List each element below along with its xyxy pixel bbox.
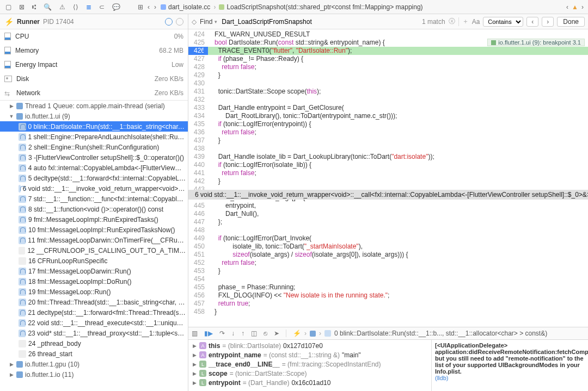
step-over-button[interactable]: ↷ xyxy=(219,330,225,337)
stack-frame[interactable]: 6 void std::__1::__invoke_void_return_wr… xyxy=(0,183,188,194)
prev-issue-icon[interactable]: ‹ xyxy=(566,3,568,11)
editor-nav-icons: ⊞ ‹ › xyxy=(138,3,156,11)
metric-disk[interactable]: DiskZero KB/s xyxy=(0,72,188,86)
process-header: ⚡ Runner PID 17404 xyxy=(0,14,188,29)
find-input[interactable] xyxy=(220,17,419,27)
stack-frame[interactable]: 4 auto fxl::internal::CopyableLambda<-[F… xyxy=(0,163,188,173)
find-done-button[interactable]: Done xyxy=(557,17,585,27)
x-square-icon[interactable]: ⊠ xyxy=(19,3,24,11)
method-icon xyxy=(219,4,224,10)
stack-frame[interactable]: 9 fml::MessageLoopImpl::RunExpiredTasks(… xyxy=(0,214,188,225)
stack-frame[interactable]: 17 fml::MessageLoopDarwin::Run() xyxy=(0,266,188,276)
console-panel[interactable]: [<UIApplicationDelegate> application:did… xyxy=(431,340,588,391)
user-frame-icon xyxy=(19,195,26,203)
gauge-icon xyxy=(4,61,11,69)
metric-energy[interactable]: Energy ImpactLow xyxy=(0,58,188,72)
clear-icon[interactable]: ⓧ xyxy=(449,17,455,26)
stack-frame[interactable]: 20 fml::Thread::Thread(std::__1::basic_s… xyxy=(0,297,188,307)
code-body[interactable]: FXL_WARN_UNUSED_RESULTbool DartIsolate::… xyxy=(208,29,588,327)
stack-frame[interactable]: 18 fml::MessageLoopImpl::DoRun() xyxy=(0,276,188,287)
find-label[interactable]: Find ▾ xyxy=(200,18,217,26)
user-frame-icon xyxy=(19,237,26,244)
stack-frame[interactable]: 16 CFRunLoopRunSpecific xyxy=(0,256,188,266)
var-kind-icon: A xyxy=(199,351,206,358)
debug-breadcrumb[interactable]: ⚡› › 0 blink::DartIsolate::Run(std::__1:… xyxy=(293,330,547,337)
next-issue-icon[interactable]: › xyxy=(581,3,584,11)
related-items-icon[interactable]: ⊞ xyxy=(138,3,143,11)
view-hierarchy-icon[interactable]: ◫ xyxy=(251,330,257,337)
thread-row[interactable]: ▶io.flutter.1.gpu (10) xyxy=(0,359,188,369)
warning-icon[interactable]: ⚠ xyxy=(59,3,65,11)
hierarchy-icon[interactable]: ⑆ xyxy=(32,3,36,11)
continue-button[interactable]: ▮▶ xyxy=(204,330,213,337)
metric-memory[interactable]: Memory68.2 MB xyxy=(0,44,188,58)
stack-callout[interactable]: 6 void std::__1::__invoke_void_return_wr… xyxy=(188,190,588,200)
stack-frame[interactable]: 8 std::__1::function<void ()>::operator(… xyxy=(0,204,188,214)
user-frame-icon xyxy=(19,299,26,306)
lldb-prompt[interactable]: (lldb) xyxy=(435,375,585,381)
back-button[interactable]: ‹ xyxy=(148,3,150,11)
lib-frame-icon xyxy=(19,340,26,347)
search-icon[interactable]: 🔍 xyxy=(44,3,52,11)
stack-frame[interactable]: 1 shell::Engine::PrepareAndLaunchIsolate… xyxy=(0,132,188,142)
location-icon[interactable]: ➤ xyxy=(274,330,279,337)
thread-row[interactable]: ▼io.flutter.1.ui (9) xyxy=(0,111,188,121)
folder-icon[interactable]: ▢ xyxy=(5,3,11,11)
stack-frame[interactable]: 11 fml::MessageLoopDarwin::OnTimerFire(_… xyxy=(0,235,188,245)
stack-frame[interactable]: 0 blink::DartIsolate::Run(std::__1::basi… xyxy=(0,121,188,132)
thread-row[interactable]: ▶Thread 1 Queue: com.apple.main-thread (… xyxy=(0,101,188,111)
user-frame-icon xyxy=(19,330,26,337)
brackets-icon[interactable]: ⟨⟩ xyxy=(73,3,78,11)
stack-frame[interactable]: 12 __CFRUNLOOP_IS_CALLING_OUT_TO_A_TIMER… xyxy=(0,245,188,256)
user-frame-icon xyxy=(19,216,26,224)
stack-frame[interactable]: 22 void std::__1::__thread_execute<std::… xyxy=(0,318,188,328)
stack-frame[interactable]: 24 _pthread_body xyxy=(0,338,188,349)
step-out-button[interactable]: ↑ xyxy=(241,330,244,337)
stack-frame[interactable]: 26 thread_start xyxy=(0,349,188,359)
var-kind-icon: L xyxy=(199,361,206,368)
variable-row[interactable]: ▶A this = (blink::DartIsolate) 0x127d107… xyxy=(192,341,428,350)
stack-frame[interactable]: 10 fml::MessageLoopImpl::RunExpiredTasks… xyxy=(0,225,188,235)
variable-row[interactable]: ▶L entrypoint = (Dart_Handle) 0x16c01ad1… xyxy=(192,378,428,387)
forward-button[interactable]: › xyxy=(154,3,156,11)
step-into-button[interactable]: ↓ xyxy=(231,330,235,337)
record-icon[interactable] xyxy=(165,18,173,26)
variables-panel[interactable]: ▶A this = (blink::DartIsolate) 0x127d107… xyxy=(188,340,431,391)
stack-frame[interactable]: 3 -[FlutterViewController setupShell]::$… xyxy=(0,152,188,163)
comment-icon[interactable]: 💬 xyxy=(112,3,120,11)
variable-row[interactable]: ▶A entrypoint_name = (const std::__1::st… xyxy=(192,350,428,359)
code-editor[interactable]: 4244254264274284294304314324334344354364… xyxy=(188,29,588,327)
thread-row[interactable]: ▶io.flutter.1.io (11) xyxy=(0,369,188,380)
metric-cpu[interactable]: CPU0% xyxy=(0,29,188,44)
tag-icon[interactable]: ⊂ xyxy=(99,3,105,11)
stack-frame[interactable]: 7 std::__1::__function::__func<fxl::inte… xyxy=(0,194,188,204)
thread-icon xyxy=(16,361,23,368)
debug-nav-icon[interactable]: ≣ xyxy=(86,3,91,11)
user-frame-icon xyxy=(19,278,26,286)
stack-frame[interactable]: 19 fml::MessageLoop::Run() xyxy=(0,287,188,297)
stack-trace: ▶Thread 1 Queue: com.apple.main-thread (… xyxy=(0,101,188,391)
variable-row[interactable]: ▶L __trace_end0__LINE__ = (fml::tracing:… xyxy=(192,359,428,369)
case-toggle[interactable]: Aa xyxy=(472,18,480,26)
breakpoint-badge[interactable]: io.flutter.1.ui (9): breakpoint 3.1 xyxy=(487,39,585,46)
find-next-button[interactable]: › xyxy=(542,17,554,27)
stack-frame[interactable]: 23 void* std::__1::__thread_proxy<std::_… xyxy=(0,328,188,338)
options-icon[interactable] xyxy=(176,18,183,26)
add-find-icon[interactable]: ＋ xyxy=(462,17,469,26)
issue-warning-icon[interactable]: ▲ xyxy=(572,3,578,11)
stack-frame[interactable]: 21 decltype(std::__1::forward<fml::Threa… xyxy=(0,307,188,318)
variable-row[interactable]: ▶L scope = (tonic::DartState::Scope) xyxy=(192,369,428,378)
find-prev-button[interactable]: ‹ xyxy=(526,17,538,27)
find-mode-select[interactable]: Contains xyxy=(483,17,523,27)
find-scope-icon[interactable]: ◇ xyxy=(192,18,197,26)
user-frame-icon xyxy=(19,185,21,193)
user-frame-icon xyxy=(19,288,26,296)
memory-graph-icon[interactable]: ⎋ xyxy=(264,330,267,337)
network-icon: ⇆ xyxy=(4,90,12,96)
breadcrumb[interactable]: dart_isolate.cc › LoadScriptSnapshot(std… xyxy=(161,3,423,11)
stack-frame[interactable]: 5 decltype(std::__1::forward<fxl::intern… xyxy=(0,173,188,183)
metric-network[interactable]: ⇆NetworkZero KB/s xyxy=(0,86,188,100)
user-frame-icon xyxy=(19,164,26,172)
stack-frame[interactable]: 2 shell::Engine::Run(shell::RunConfigura… xyxy=(0,142,188,152)
toggle-breakpoints-icon[interactable]: ▥ xyxy=(192,330,198,337)
